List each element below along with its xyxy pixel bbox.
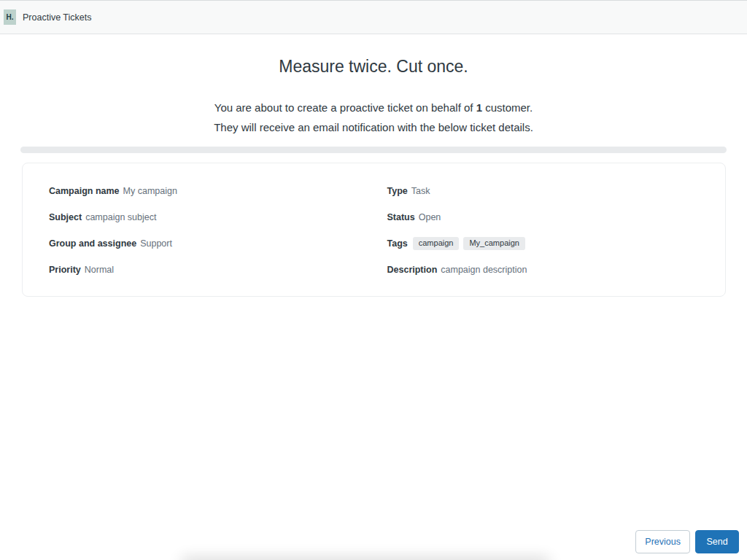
field-label: Description [387,265,438,275]
field-value: Support [140,238,172,249]
field-campaign-name: Campaign name My campaign [49,178,358,204]
field-value: campaign description [441,265,527,275]
footer-actions: Previous Send [635,530,739,553]
field-label: Tags [387,238,408,249]
field-priority: Priority Normal [49,257,358,283]
field-value: campaign subject [85,212,156,222]
field-description: Description campaign description [387,257,697,283]
send-button[interactable]: Send [695,530,739,553]
field-group-assignee: Group and assignee Support [49,230,358,257]
main-content: Measure twice. Cut once. You are about t… [0,34,747,297]
confirmation-subtext: You are about to create a proactive tick… [0,98,747,137]
page-title: Measure twice. Cut once. [0,57,747,77]
field-tags: Tags campaign My_campaign [387,230,697,257]
subtext-line1-suffix: customer. [482,101,533,114]
subtext-line-2: They will receive an email notification … [0,117,747,137]
field-label: Subject [49,212,82,222]
field-label: Campaign name [49,186,120,196]
progress-bar [20,147,727,153]
field-subject: Subject campaign subject [49,204,358,230]
field-value: Task [411,186,430,196]
tag-list: campaign My_campaign [413,237,525,250]
tag-pill: campaign [413,237,460,250]
tag-pill: My_campaign [463,237,525,250]
field-value: Normal [85,265,114,275]
summary-right-column: Type Task Status Open Tags campaign My_c… [387,178,697,283]
field-type: Type Task [387,178,697,204]
subtext-line-1: You are about to create a proactive tick… [0,98,747,117]
customer-count: 1 [476,101,482,114]
app-logo-icon: H. [4,9,16,25]
field-label: Group and assignee [49,238,136,249]
summary-left-column: Campaign name My campaign Subject campai… [49,178,358,283]
field-label: Status [387,212,415,222]
field-value: Open [419,212,441,222]
field-label: Priority [49,265,81,275]
field-status: Status Open [387,204,697,230]
field-label: Type [387,186,408,196]
subtext-line1-prefix: You are about to create a proactive tick… [214,101,476,114]
app-header: H. Proactive Tickets [0,0,747,34]
ticket-summary-card: Campaign name My campaign Subject campai… [22,163,726,297]
app-title: Proactive Tickets [23,12,91,23]
field-value: My campaign [123,186,177,196]
previous-button[interactable]: Previous [635,530,690,553]
